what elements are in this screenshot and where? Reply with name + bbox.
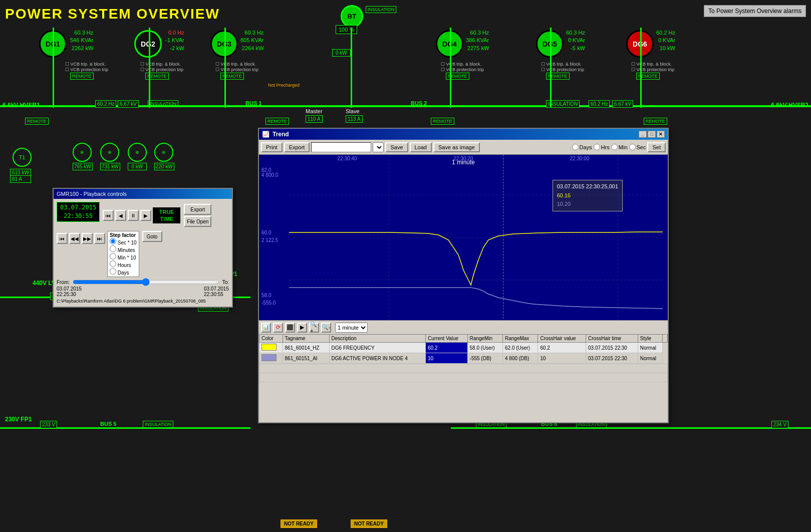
y-label-m555: -555.0 bbox=[261, 300, 276, 306]
bt-bus-line bbox=[351, 28, 352, 108]
cell-tagname: 861_60014_HZ bbox=[283, 343, 329, 353]
cell-current: 60.2 bbox=[426, 343, 468, 353]
pb-forward-end[interactable]: ⏭ bbox=[94, 233, 105, 244]
pb-titlebar: GMR100 - Playback controls bbox=[54, 189, 232, 199]
days-radio-label: Days bbox=[572, 144, 592, 150]
cell-crosshair-time: 03.07.2015 22:30 bbox=[586, 353, 638, 364]
dg6-remote: REMOTE bbox=[636, 73, 660, 80]
chart-ctrl-3[interactable]: ⬛ bbox=[285, 323, 295, 333]
t1-amp: 81 A bbox=[10, 175, 31, 183]
y-label-4800: 4 800.0 bbox=[261, 172, 278, 178]
truetime-logo: TRUETIME bbox=[153, 207, 180, 224]
dg1-remote: REMOTE bbox=[70, 73, 94, 80]
minimize-btn[interactable]: _ bbox=[639, 131, 647, 138]
transformer-row: ⊕ 765 kW ⊕ 731 kW ⊕ 0 kW ⊕ 220 kW bbox=[73, 143, 174, 170]
pb-from-row: From: To: bbox=[57, 279, 229, 285]
dg2-circle[interactable]: DG2 bbox=[134, 30, 162, 58]
days-radio[interactable] bbox=[572, 144, 579, 150]
bus2-voltage: 6.67 kV bbox=[612, 100, 633, 108]
pb-back-start[interactable]: ⏮ bbox=[57, 233, 68, 244]
pb-rewind[interactable]: ◀ bbox=[115, 210, 126, 221]
pb-pause[interactable]: ⏸ bbox=[128, 210, 139, 221]
chart-ctrl-4[interactable]: ▶ bbox=[297, 323, 307, 333]
tr4-symbol: ⊕ bbox=[154, 143, 173, 162]
col-rangemax: RangeMax bbox=[502, 335, 537, 343]
dg4-vcb-trip: ☐ VCB trip. & block. bbox=[441, 62, 481, 67]
not-ready-2: NOT READY bbox=[351, 519, 387, 528]
tr2-symbol: ⊕ bbox=[100, 143, 119, 162]
pb-play[interactable]: ▶ bbox=[140, 210, 151, 221]
bt-percent: 100 % bbox=[336, 25, 357, 34]
load-btn[interactable]: Load bbox=[410, 142, 432, 152]
trend-select[interactable] bbox=[373, 142, 384, 152]
step-factor-box: Step factor Sec * 10 Minutes Min * 10 Ho… bbox=[107, 231, 139, 277]
col-tagname: Tagname bbox=[283, 335, 329, 343]
cell-crosshair-val: 10 bbox=[538, 353, 586, 364]
sec-radio-label: Sec bbox=[629, 144, 646, 150]
pb-export[interactable]: Export bbox=[184, 204, 211, 215]
dg5-vcb-trip: ☐ VCB trip. & block. bbox=[541, 62, 582, 67]
zoom-in-btn[interactable]: 🔍+ bbox=[309, 323, 319, 333]
t1-container: T1 613 kW 81 A bbox=[13, 148, 34, 182]
pb-title: GMR100 - Playback controls bbox=[57, 191, 127, 197]
dg4-data: 60.3 Hz 386 KVAr 2275 kW bbox=[466, 29, 489, 52]
cell-color bbox=[259, 343, 283, 353]
trend-name-input[interactable] bbox=[311, 142, 371, 152]
sec-radio[interactable] bbox=[629, 144, 636, 150]
hvsb1-label: 6.6kV HVSB1 bbox=[3, 102, 40, 109]
dg6-bus-line bbox=[640, 28, 642, 108]
bus1-freq: 60.2 Hz bbox=[95, 100, 116, 108]
bus-remote-2: REMOTE bbox=[265, 118, 289, 125]
pb-rewind-start[interactable]: ⏮ bbox=[103, 210, 114, 221]
dg1-vcb-trip: ☐ VCB trip. & block. bbox=[65, 62, 106, 67]
cell-rangemin: 58.0 (User) bbox=[467, 343, 502, 353]
pb-slider[interactable] bbox=[73, 279, 219, 285]
cell-rangemax: 4 800 (DB) bbox=[502, 353, 537, 364]
maximize-btn[interactable]: □ bbox=[648, 131, 656, 138]
dg1-vcb-prot: ☐ VCB protection trip bbox=[65, 67, 108, 72]
col-style: Style bbox=[638, 335, 662, 343]
master-label: Master bbox=[306, 108, 323, 114]
print-btn[interactable]: Print bbox=[261, 142, 283, 152]
col-crosshair-time: CrossHair time bbox=[586, 335, 638, 343]
bus5-label: BUS 5 bbox=[100, 421, 116, 427]
trend-title: Trend bbox=[273, 131, 289, 138]
pb-file-open[interactable]: File Open bbox=[184, 216, 211, 227]
table-row: 861_60014_HZ DG6 FREQUENCY 60.2 58.0 (Us… bbox=[259, 343, 668, 353]
bus5-line bbox=[0, 427, 250, 429]
dg5-remote: REMOTE bbox=[546, 73, 570, 80]
header: POWER SYSTEM OVERVIEW To Power System Ov… bbox=[0, 0, 811, 28]
dg5-vcb-prot: ☐ VCB protection trip bbox=[541, 67, 584, 72]
cell-crosshair-time: 03.07.2015 22:30 bbox=[586, 343, 638, 353]
export-btn[interactable]: Export bbox=[284, 142, 310, 152]
chart-ctrl-1[interactable]: 📊 bbox=[261, 323, 271, 333]
zoom-out-btn[interactable]: 🔍- bbox=[321, 323, 331, 333]
bus5-insulation: INSULATION bbox=[143, 421, 173, 428]
pb-forward[interactable]: ▶▶ bbox=[82, 233, 93, 244]
dg1-bus-line bbox=[53, 28, 54, 108]
dg4-bus-line bbox=[450, 28, 451, 108]
chart-ctrl-2[interactable]: ⟳ bbox=[273, 323, 283, 333]
table-row: 861_60151_AI DG6 ACTIVE POWER IN NODE 4 … bbox=[259, 353, 668, 364]
pb-back[interactable]: ◀◀ bbox=[69, 233, 80, 244]
y-label-60: 60.0 bbox=[261, 230, 271, 235]
pb-goto[interactable]: Goto bbox=[142, 231, 162, 242]
close-btn[interactable]: ✕ bbox=[657, 131, 665, 138]
set-btn[interactable]: Set bbox=[647, 142, 666, 152]
save-as-image-btn[interactable]: Save as image bbox=[433, 142, 480, 152]
alarm-button[interactable]: To Power System Overview alarms bbox=[704, 5, 806, 17]
interval-select[interactable]: 1 minute bbox=[335, 323, 368, 333]
save-btn[interactable]: Save bbox=[385, 142, 408, 152]
pb-datetime: 03.07.201522:30:55 bbox=[57, 202, 100, 222]
tr3-symbol: ⊕ bbox=[128, 143, 147, 162]
bt-circle[interactable]: BT bbox=[341, 5, 363, 28]
page-title: POWER SYSTEM OVERVIEW bbox=[5, 6, 220, 22]
cell-rangemin: -555 (DB) bbox=[467, 353, 502, 364]
min-radio[interactable] bbox=[611, 144, 618, 150]
bt-kw: 0 kW bbox=[332, 49, 351, 57]
hrs-radio[interactable] bbox=[594, 144, 600, 150]
dg2-vcb-trip: ☐ VCB trip. & block. bbox=[140, 62, 181, 67]
bus1-label: BUS 1 bbox=[245, 100, 261, 106]
dg6-data: 60.2 Hz 0 KVAr 10 kW bbox=[656, 29, 675, 52]
dg5-bus-line bbox=[550, 28, 552, 108]
